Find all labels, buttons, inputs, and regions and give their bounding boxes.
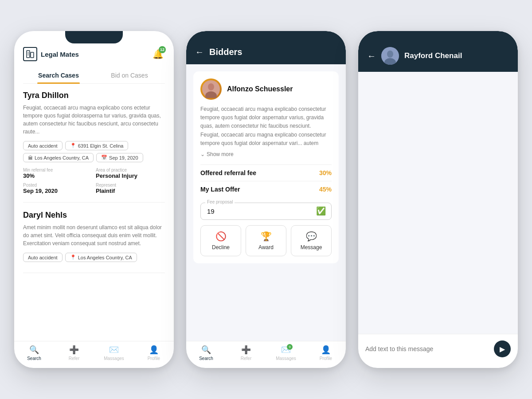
notification-badge: 12: [159, 46, 166, 53]
fee-proposal-box[interactable]: Fee proposal 19 ✅: [200, 203, 332, 220]
offered-fee-value: 30%: [319, 169, 332, 176]
messages2-badge: 9: [287, 344, 293, 350]
case-name-2: Daryl Nehls: [23, 211, 165, 220]
tag-accident-2: Auto accident: [23, 253, 63, 262]
award-icon: 🏆: [261, 231, 272, 242]
case-desc-2: Amet minim mollit non deserunt ullamco e…: [23, 223, 165, 247]
phone1-navbar: 🔍 Search ➕ Refer ✉️ Massages 👤 Profile: [14, 341, 174, 368]
decline-button[interactable]: 🚫 Decline: [200, 225, 241, 256]
bidder-card: Alfonzo Schuessler Feugiat, occaecati ar…: [193, 71, 339, 263]
phone1-header: Legal Mates 🔔 12 Search Cases Bid on Cas…: [14, 31, 174, 84]
nav-messages[interactable]: ✉️ Massages: [94, 345, 134, 361]
logo-area: Legal Mates: [23, 47, 79, 61]
chat-area: [358, 72, 518, 334]
case-tags-row-2: Auto accident 📍 Los Angeles Country, CA: [23, 253, 165, 262]
back-button-3[interactable]: ←: [367, 51, 376, 61]
location-icon-2: 📍: [70, 254, 76, 260]
nav2-refer[interactable]: ➕ Refer: [226, 345, 266, 361]
messages-icon: ✉️: [109, 345, 119, 355]
check-icon: ✅: [316, 206, 326, 216]
svg-point-6: [208, 83, 214, 90]
nav-refer-label: Refer: [69, 356, 79, 361]
profile2-icon: 👤: [321, 345, 331, 355]
send-icon: ▶: [500, 345, 505, 353]
my-last-offer-row: My Last Offer 45%: [200, 181, 332, 197]
bidder-name: Alfonzo Schuessler: [227, 85, 293, 93]
case-tags-row-1b: 🏛 Los Angeles Country, CA 📅 Sep 19, 2020: [23, 153, 165, 162]
show-more-btn[interactable]: ⌄ Show more: [200, 151, 332, 157]
message-label: Message: [301, 244, 322, 250]
phone2-title: Bidders: [209, 47, 242, 57]
tag-label-date-1: Sep 19, 2020: [109, 155, 138, 160]
tag-label-location-2: Los Angeles Country, CA: [78, 255, 132, 260]
user-avatar: [381, 47, 399, 65]
tag-accident-1: Auto accident: [23, 141, 63, 150]
award-label: Award: [258, 244, 274, 250]
building-icon-1: 🏛: [28, 155, 33, 160]
tag-date-1: 📅 Sep 19, 2020: [96, 153, 143, 162]
nav-search[interactable]: 🔍 Search: [14, 345, 54, 361]
phone-chat: ← Rayford Chenail ▶: [358, 31, 518, 368]
nav2-search[interactable]: 🔍 Search: [186, 345, 226, 361]
case-name-1: Tyra Dhillon: [23, 91, 165, 100]
meta-value-fee: 30%: [23, 172, 92, 179]
phone-bidders: ← Bidders Alfonzo Sc: [186, 31, 346, 368]
back-button-2[interactable]: ←: [195, 47, 204, 57]
svg-rect-0: [27, 51, 30, 58]
case-item-daryl[interactable]: Daryl Nehls Amet minim mollit non deseru…: [23, 211, 165, 273]
case-desc-1: Feugiat, occaecati arcu magna explicabo …: [23, 104, 165, 136]
case-meta-1: Min referral fee 30% Area of practice Pe…: [23, 168, 165, 194]
my-last-offer-value: 45%: [319, 186, 332, 193]
tabs-bar: Search Cases Bid on Cases: [23, 67, 165, 84]
case-tags-row-1: Auto accident 📍 6391 Elgin St. Celina: [23, 141, 165, 150]
tag-label-accident-2: Auto accident: [28, 255, 58, 260]
tag-label-state-1: Los Angeles Country, CA: [35, 155, 89, 160]
case-item-tyra[interactable]: Tyra Dhillon Feugiat, occaecati arcu mag…: [23, 91, 165, 203]
calendar-icon-1: 📅: [101, 155, 107, 160]
nav2-profile[interactable]: 👤 Profile: [306, 345, 346, 361]
bidder-avatar: [200, 78, 222, 100]
search2-icon: 🔍: [201, 345, 211, 355]
nav-profile[interactable]: 👤 Profile: [134, 345, 174, 361]
show-more-label: Show more: [207, 151, 234, 157]
notification-bell[interactable]: 🔔 12: [151, 47, 165, 61]
meta-value-represent: Plaintif: [96, 188, 165, 194]
svg-rect-1: [31, 52, 34, 58]
phone2-header: ← Bidders: [186, 31, 346, 64]
app-name: Legal Mates: [41, 51, 79, 58]
nav-profile-label: Profile: [148, 356, 160, 361]
phone2-navbar: 🔍 Search ➕ Refer ✉️ 9 Massages 👤 Profi: [186, 341, 346, 368]
phone3-header: ← Rayford Chenail: [358, 31, 518, 72]
send-button[interactable]: ▶: [494, 340, 511, 357]
tab-search-cases[interactable]: Search Cases: [23, 67, 94, 83]
nav2-messages[interactable]: ✉️ 9 Massages: [266, 345, 306, 361]
tag-state-1: 🏛 Los Angeles Country, CA: [23, 153, 94, 162]
app-logo-icon: [23, 47, 37, 61]
cases-list: Tyra Dhillon Feugiat, occaecati arcu mag…: [14, 84, 174, 341]
profile-icon: 👤: [149, 345, 159, 355]
nav-messages-label: Massages: [104, 356, 124, 361]
message-button[interactable]: 💬 Message: [291, 225, 332, 256]
action-buttons: 🚫 Decline 🏆 Award 💬 Message: [200, 225, 332, 256]
tag-location-2: 📍 Los Angeles Country, CA: [65, 253, 137, 262]
meta-label-posted: Posted: [23, 183, 92, 188]
phone3-username: Rayford Chenail: [404, 51, 462, 60]
offered-fee-row: Offered referral fee 30%: [200, 164, 332, 181]
chevron-down-icon: ⌄: [200, 151, 205, 157]
svg-point-9: [387, 51, 393, 58]
nav2-messages-label: Massages: [276, 356, 296, 361]
tag-label-address-1: 6391 Elgin St. Celina: [78, 143, 124, 149]
my-last-offer-label: My Last Offer: [200, 186, 240, 193]
bidder-header: Alfonzo Schuessler: [200, 78, 332, 100]
nav-refer[interactable]: ➕ Refer: [54, 345, 94, 361]
award-button[interactable]: 🏆 Award: [246, 225, 286, 256]
message-icon: 💬: [306, 231, 317, 242]
tag-address-1: 📍 6391 Elgin St. Celina: [65, 141, 129, 150]
message-input[interactable]: [365, 345, 489, 352]
nav2-profile-label: Profile: [320, 356, 332, 361]
tag-label-accident-1: Auto accident: [28, 143, 58, 149]
nav2-refer-label: Refer: [241, 356, 251, 361]
tab-bid-on-cases[interactable]: Bid on Cases: [94, 67, 165, 83]
messages2-badge-container: ✉️ 9: [281, 345, 291, 355]
refer-icon: ➕: [69, 345, 79, 355]
